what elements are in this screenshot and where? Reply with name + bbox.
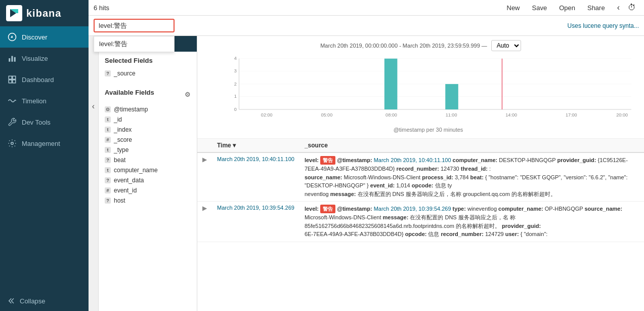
svg-text:4: 4 (234, 56, 237, 61)
field-type-q3: ? (105, 177, 111, 183)
sidebar-item-visualize[interactable]: Visualize (0, 48, 89, 69)
selected-fields-title: Selected Fields (105, 57, 191, 64)
results-table: Time ▾ _source ▶ March 20th 2019, 10:40:… (197, 139, 644, 242)
field-name-id: _id (114, 116, 122, 123)
source-cell-1: level: 警告 @timestamp: March 20th 2019, 1… (299, 152, 644, 202)
available-fields-section: Available Fields ⚙ ⊙ @timestamp t _id t … (99, 84, 197, 211)
share-button[interactable]: Share (584, 3, 608, 13)
field-item-score[interactable]: # _score (105, 135, 191, 145)
expand-row-2-button[interactable]: ▶ (202, 205, 207, 212)
auto-select[interactable]: Auto (491, 40, 521, 51)
sidebar: kibana Discover Visualize Dashboard Time… (0, 0, 89, 311)
svg-rect-32 (445, 84, 458, 109)
svg-rect-4 (9, 58, 10, 62)
lucene-hint: Uses lucene query synta... (568, 22, 639, 29)
field-name-index: _index (114, 126, 132, 133)
th-expand (197, 139, 212, 152)
logo-area: kibana (0, 0, 89, 26)
sidebar-item-devtools[interactable]: Dev Tools (0, 111, 89, 133)
th-source: _source (299, 139, 644, 152)
autocomplete-dropdown[interactable]: level:警告 (94, 36, 175, 52)
field-item-source[interactable]: ? _source (105, 68, 191, 79)
field-item-event-data[interactable]: ? event_data (105, 175, 191, 185)
selected-fields-section: Selected Fields ? _source (99, 52, 197, 84)
table-row: ▶ March 20th 2019, 10:40:11.100 level: 警… (197, 152, 644, 202)
svg-marker-3 (11, 35, 13, 38)
expand-row-1-button[interactable]: ▶ (202, 156, 207, 163)
time-cell-1: March 20th 2019, 10:40:11.100 (212, 152, 299, 202)
chart-container: 0 1 2 3 4 02:00 05:00 08:00 11:00 14:00 … (205, 53, 636, 134)
field-type-hash1: # (105, 137, 111, 143)
save-button[interactable]: Save (529, 3, 550, 13)
sidebar-collapse-btn[interactable]: Collapse (0, 291, 89, 311)
field-item-computer-name[interactable]: t computer_name (105, 165, 191, 175)
available-fields-gear-icon[interactable]: ⚙ (185, 91, 191, 98)
sidebar-item-timelion[interactable]: Timelion (0, 90, 89, 111)
content-area: ‹ winlogbeat-* Selected Fields ? _source… (89, 36, 644, 311)
field-type-hash2: # (105, 187, 111, 193)
level-badge-1: 警告 (320, 156, 335, 165)
topbar-left: 6 hits (94, 4, 109, 12)
field-type-t2: t (105, 127, 111, 133)
wrench-icon (8, 118, 17, 127)
available-fields-header: Available Fields ⚙ (105, 89, 191, 100)
time-cell-2: March 20th 2019, 10:39:54.269 (212, 202, 299, 242)
left-panel: winlogbeat-* Selected Fields ? _source A… (99, 36, 197, 311)
field-type-q: ? (105, 70, 111, 76)
nav-prev-button[interactable]: ‹ (614, 2, 623, 13)
field-name-event-id: event_id (114, 187, 137, 194)
hits-count: 6 hits (94, 4, 109, 12)
grid-icon (8, 75, 17, 84)
field-type-t4: t (105, 167, 111, 173)
svg-text:02:00: 02:00 (261, 112, 273, 118)
collapse-icon (8, 297, 16, 305)
field-type-q4: ? (105, 198, 111, 204)
table-header-row: Time ▾ _source (197, 139, 644, 152)
field-item-type[interactable]: t _type (105, 145, 191, 155)
field-name-timestamp: @timestamp (114, 106, 148, 113)
svg-rect-31 (384, 59, 398, 109)
th-time: Time ▾ (212, 139, 299, 152)
svg-text:3: 3 (234, 68, 237, 73)
field-item-host[interactable]: ? host (105, 196, 191, 206)
field-name-type: _type (114, 146, 128, 153)
sidebar-item-discover[interactable]: Discover (0, 26, 89, 48)
source-cell-2: level: 警告 @timestamp: March 20th 2019, 1… (299, 202, 644, 242)
panel-collapse-arrow[interactable]: ‹ (89, 36, 99, 311)
search-input[interactable] (99, 22, 169, 29)
svg-text:20:00: 20:00 (616, 112, 628, 118)
app-name: kibana (26, 8, 61, 19)
search-bar: Uses lucene query synta... level:警告 (89, 16, 644, 36)
svg-text:2: 2 (234, 82, 237, 87)
field-name-host: host (114, 197, 125, 204)
svg-text:05:00: 05:00 (321, 112, 332, 118)
kibana-k-icon (9, 8, 19, 18)
chart-area: March 20th 2019, 00:00:00.000 - March 20… (197, 36, 644, 139)
svg-text:14:00: 14:00 (505, 112, 517, 118)
topbar: 6 hits New Save Open Share ‹ ⏱ (89, 0, 644, 16)
field-item-beat[interactable]: ? beat (105, 155, 191, 165)
field-item-id[interactable]: t _id (105, 114, 191, 125)
search-input-wrapper (94, 19, 175, 32)
wave-icon (8, 96, 17, 105)
results-area: Time ▾ _source ▶ March 20th 2019, 10:40:… (197, 139, 644, 311)
chart-controls: March 20th 2019, 00:00:00.000 - March 20… (205, 40, 636, 51)
open-button[interactable]: Open (556, 3, 578, 13)
field-name-computer-name: computer_name (114, 167, 158, 174)
kibana-logo (6, 5, 22, 21)
new-button[interactable]: New (504, 3, 523, 13)
field-type-t3: t (105, 147, 111, 153)
topbar-nav: ‹ ⏱ (614, 2, 639, 13)
nav-clock-button[interactable]: ⏱ (625, 2, 639, 13)
field-item-index[interactable]: t _index (105, 125, 191, 135)
field-item-event-id[interactable]: # event_id (105, 185, 191, 196)
svg-rect-8 (13, 76, 16, 79)
svg-rect-7 (9, 76, 12, 79)
sidebar-nav: Discover Visualize Dashboard Timelion De… (0, 26, 89, 291)
svg-point-11 (11, 142, 14, 145)
sidebar-item-management[interactable]: Management (0, 133, 89, 154)
field-name-event-data: event_data (114, 177, 144, 184)
field-item-timestamp[interactable]: ⊙ @timestamp (105, 104, 191, 114)
available-fields-title: Available Fields (105, 89, 154, 96)
sidebar-item-dashboard[interactable]: Dashboard (0, 69, 89, 90)
